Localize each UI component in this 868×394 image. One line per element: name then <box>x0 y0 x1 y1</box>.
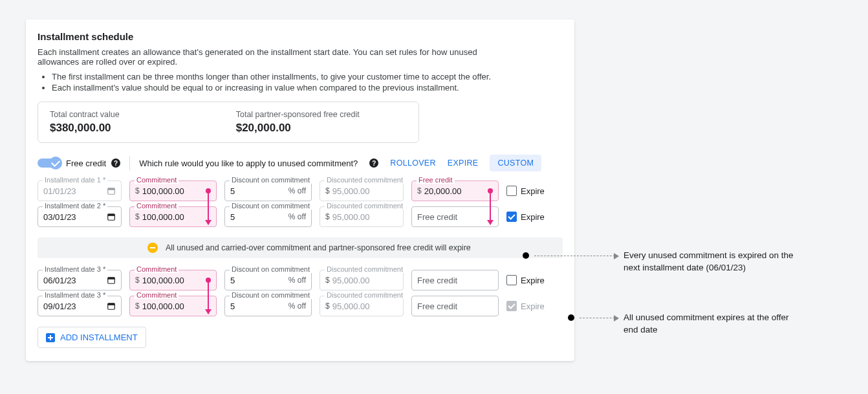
annotation-dot-icon <box>568 314 574 321</box>
settings-toolbar: Free credit ? Which rule would you like … <box>38 155 563 171</box>
annotation-dot-icon <box>523 252 529 259</box>
flow-arrow-icon <box>208 283 209 314</box>
rule-custom[interactable]: CUSTOM <box>490 155 541 171</box>
calendar-icon[interactable] <box>107 276 116 285</box>
plus-icon <box>46 333 55 342</box>
list-item: Each installment's value should be equal… <box>52 83 563 93</box>
expire-banner: All unused and carried-over commitment a… <box>38 237 563 258</box>
summary-box: Total contract value $380,000.00 Total p… <box>38 102 419 143</box>
expire-checkbox[interactable] <box>506 212 517 222</box>
expire-checkbox[interactable] <box>506 186 517 196</box>
flow-arrow-icon <box>208 193 209 224</box>
annotation-text: Every unused commitment is expired on th… <box>624 250 805 274</box>
annotation-line-icon <box>534 256 618 256</box>
svg-rect-3 <box>108 214 115 216</box>
page-title: Installment schedule <box>38 31 563 42</box>
total-credit-value: $20,000.00 <box>236 122 360 135</box>
expire-checkbox[interactable] <box>506 275 517 285</box>
installment-schedule-card: Installment schedule Each installment cr… <box>26 19 574 361</box>
description: Each installment creates an allowance th… <box>38 47 490 67</box>
free-credit-toggle[interactable] <box>38 159 61 168</box>
help-icon[interactable]: ? <box>369 159 378 168</box>
table-row: Installment date 2 * 03/01/23 Commitment… <box>38 206 563 227</box>
table-row: Installment date 1 * 01/01/23 Commitment… <box>38 181 563 201</box>
table-row: Installment date 3 * 09/01/23 Commitment… <box>38 296 563 316</box>
calendar-icon[interactable] <box>107 186 116 195</box>
warning-icon <box>147 243 158 253</box>
svg-rect-5 <box>108 278 115 279</box>
free-credit-input[interactable]: Free credit <box>411 206 499 227</box>
total-credit-label: Total partner-sponsored free credit <box>236 110 360 119</box>
calendar-icon[interactable] <box>107 212 116 221</box>
free-credit-input[interactable]: Free credit <box>411 270 499 290</box>
drag-handle-icon <box>488 188 493 193</box>
expire-checkbox <box>506 301 517 311</box>
svg-rect-7 <box>108 303 115 305</box>
rule-rollover[interactable]: ROLLOVER <box>390 159 435 168</box>
list-item: The first installment can be three month… <box>52 72 563 82</box>
add-installment-button[interactable]: ADD INSTALLMENT <box>38 327 146 348</box>
total-contract-label: Total contract value <box>50 110 120 119</box>
free-credit-label: Free credit <box>66 159 106 168</box>
rule-question: Which rule would you like to apply to un… <box>139 159 358 168</box>
svg-rect-1 <box>108 188 115 190</box>
annotation-line-icon <box>580 318 618 318</box>
annotation-text: All unused commitment expires at the off… <box>624 312 805 336</box>
rule-expire[interactable]: EXPIRE <box>448 159 479 168</box>
total-contract-value: $380,000.00 <box>50 122 120 135</box>
calendar-icon[interactable] <box>107 301 116 311</box>
installment-rows: Installment date 1 * 01/01/23 Commitment… <box>38 181 563 316</box>
drag-handle-icon <box>206 188 211 193</box>
drag-handle-icon <box>206 278 211 283</box>
free-credit-input[interactable]: Free credit <box>411 296 499 316</box>
help-icon[interactable]: ? <box>111 159 120 168</box>
table-row: Installment date 3 * 06/01/23 Commitment… <box>38 270 563 290</box>
flow-arrow-icon <box>490 193 491 224</box>
notes-list: The first installment can be three month… <box>38 72 563 93</box>
divider <box>129 156 130 170</box>
